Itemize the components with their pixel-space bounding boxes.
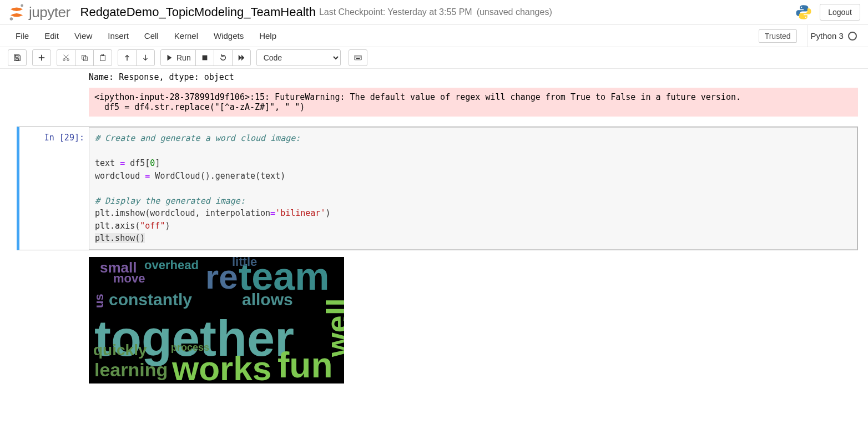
menu-cell[interactable]: Cell (137, 27, 166, 45)
run-button[interactable]: Run (160, 49, 196, 66)
save-icon (13, 54, 21, 62)
menu-view[interactable]: View (67, 27, 100, 45)
jupyter-logo[interactable]: jupyter (8, 3, 70, 21)
logout-button[interactable]: Logout (820, 4, 860, 21)
move-up-button[interactable] (118, 49, 137, 66)
fast-forward-icon (238, 54, 245, 62)
notebook-area: Name: Response, dtype: object <ipython-i… (0, 69, 868, 384)
svg-rect-7 (83, 57, 87, 60)
menu-bar: File Edit View Insert Cell Kernel Widget… (0, 25, 868, 47)
kernel-name[interactable]: Python 3 (807, 25, 860, 47)
svg-rect-11 (354, 55, 361, 60)
svg-rect-10 (202, 55, 207, 60)
jupyter-wordmark: jupyter (29, 4, 70, 21)
svg-rect-13 (356, 57, 357, 57)
svg-point-3 (805, 17, 806, 18)
arrow-down-icon (142, 54, 149, 62)
cell-output-image: togetherworksfunteamrewellconstantlyallo… (89, 257, 868, 384)
jupyter-icon (8, 3, 26, 21)
move-down-button[interactable] (136, 49, 155, 66)
svg-point-4 (63, 59, 65, 61)
paste-button[interactable] (93, 49, 112, 66)
output-stderr: <ipython-input-28-378991d9f106>:15: Futu… (89, 88, 858, 117)
code-cell-29[interactable]: In [29]: # Create and generate a word cl… (17, 127, 858, 250)
svg-rect-8 (100, 55, 105, 61)
svg-point-5 (67, 59, 69, 61)
copy-icon (80, 54, 88, 62)
svg-rect-15 (359, 57, 359, 57)
restart-icon (219, 54, 227, 62)
command-palette-button[interactable] (349, 49, 367, 66)
add-cell-button[interactable] (32, 49, 51, 66)
cell-prompt: In [29]: (19, 127, 89, 250)
output-text-name: Name: Response, dtype: object (17, 69, 858, 85)
kernel-status-icon (848, 32, 857, 41)
svg-point-2 (801, 7, 802, 8)
celltype-select[interactable]: Code Markdown Raw NBConvert Heading (256, 49, 341, 66)
menu-insert[interactable]: Insert (100, 27, 137, 45)
notebook-title[interactable]: RedgateDemo_TopicModeling_TeamHealth (80, 5, 316, 19)
restart-button[interactable] (214, 49, 233, 66)
unsaved-text: (unsaved changes) (477, 7, 552, 17)
arrow-up-icon (123, 54, 131, 62)
interrupt-button[interactable] (195, 49, 214, 66)
menu-widgets[interactable]: Widgets (206, 27, 251, 45)
svg-point-1 (10, 17, 13, 21)
menu-edit[interactable]: Edit (37, 27, 67, 45)
stop-icon (201, 54, 209, 62)
code-editor[interactable]: # Create and generate a word cloud image… (89, 127, 857, 250)
menu-kernel[interactable]: Kernel (166, 27, 206, 45)
svg-rect-12 (355, 57, 356, 57)
copy-button[interactable] (75, 49, 94, 66)
svg-rect-16 (360, 57, 360, 57)
cut-button[interactable] (57, 49, 75, 66)
play-icon (165, 54, 173, 62)
menu-help[interactable]: Help (251, 27, 284, 45)
scissors-icon (62, 54, 70, 62)
trusted-badge[interactable]: Trusted (759, 29, 797, 43)
checkpoint-text: Last Checkpoint: Yesterday at 3:55 PM (319, 7, 472, 17)
svg-point-0 (21, 4, 23, 7)
svg-rect-17 (356, 58, 360, 59)
keyboard-icon (354, 54, 362, 62)
wordcloud-image: togetherworksfunteamrewellconstantlyallo… (89, 257, 344, 384)
svg-rect-14 (357, 57, 358, 57)
menu-file[interactable]: File (8, 27, 37, 45)
toolbar: Run Code Markdown Raw NBConvert Heading (0, 47, 868, 69)
restart-run-all-button[interactable] (232, 49, 251, 66)
python-icon (795, 4, 812, 21)
save-button[interactable] (8, 49, 27, 66)
paste-icon (99, 54, 107, 62)
plus-icon (38, 54, 46, 62)
svg-rect-6 (82, 55, 86, 59)
header-bar: jupyter RedgateDemo_TopicModeling_TeamHe… (0, 0, 868, 25)
